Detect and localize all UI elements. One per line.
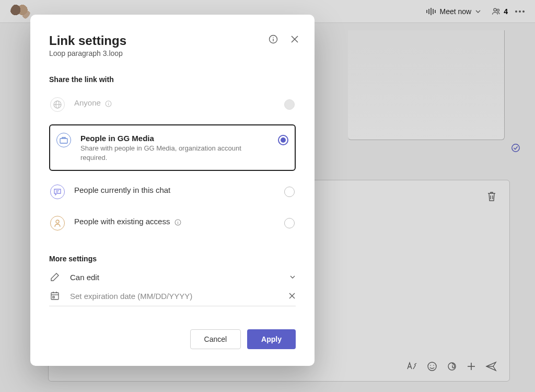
expiration-placeholder: Set expiration date (MM/DD/YYYY) (70, 292, 279, 301)
close-icon (290, 35, 299, 43)
dialog-subtitle: Loop paragraph 3.loop (49, 49, 296, 57)
option-anyone-label: Anyone (74, 98, 275, 107)
close-button[interactable] (290, 35, 299, 43)
option-existing-label: People with existing access (74, 217, 275, 226)
chat-icon (50, 185, 65, 199)
svg-point-17 (273, 37, 274, 38)
chevron-down-icon (289, 274, 296, 280)
pencil-icon (49, 272, 61, 282)
radio-indicator (278, 135, 288, 145)
svg-rect-38 (53, 296, 54, 298)
option-chat-label: People currently in this chat (74, 186, 275, 194)
info-button[interactable] (269, 34, 278, 44)
share-option-organization[interactable]: People in GG Media Share with people in … (49, 124, 296, 171)
option-org-label: People in GG Media (80, 134, 269, 143)
radio-indicator (284, 99, 295, 110)
link-settings-dialog: Link settings Loop paragraph 3.loop Shar… (30, 15, 315, 366)
svg-point-25 (108, 102, 109, 102)
radio-indicator (284, 187, 295, 197)
apply-button[interactable]: Apply (247, 329, 296, 349)
svg-rect-27 (60, 139, 67, 143)
info-icon (105, 100, 112, 107)
expiration-date-field[interactable]: Set expiration date (MM/DD/YYYY) (49, 291, 296, 306)
anyone-info-icon[interactable] (105, 100, 112, 107)
existing-info-icon[interactable] (175, 219, 181, 226)
option-org-description: Share with people in GG Media, organizat… (80, 144, 248, 163)
more-settings-label: More settings (49, 255, 296, 263)
radio-indicator (284, 218, 295, 228)
share-option-chat[interactable]: People currently in this chat (49, 181, 296, 202)
briefcase-icon (56, 133, 71, 147)
svg-point-30 (56, 220, 59, 223)
info-icon (175, 219, 181, 226)
svg-rect-34 (51, 293, 59, 299)
globe-icon (50, 97, 65, 112)
calendar-icon (49, 291, 61, 301)
can-edit-label: Can edit (70, 273, 280, 282)
cancel-button[interactable]: Cancel (190, 329, 241, 349)
share-option-anyone: Anyone (49, 94, 296, 115)
can-edit-dropdown[interactable]: Can edit (49, 272, 296, 282)
dialog-title: Link settings (49, 33, 296, 48)
close-icon (288, 292, 296, 299)
svg-point-32 (178, 221, 178, 221)
person-icon (50, 216, 65, 230)
clear-expiration-button[interactable] (288, 292, 296, 299)
info-icon (269, 34, 278, 44)
share-section-label: Share the link with (49, 75, 296, 84)
share-option-existing[interactable]: People with existing access (49, 213, 296, 234)
